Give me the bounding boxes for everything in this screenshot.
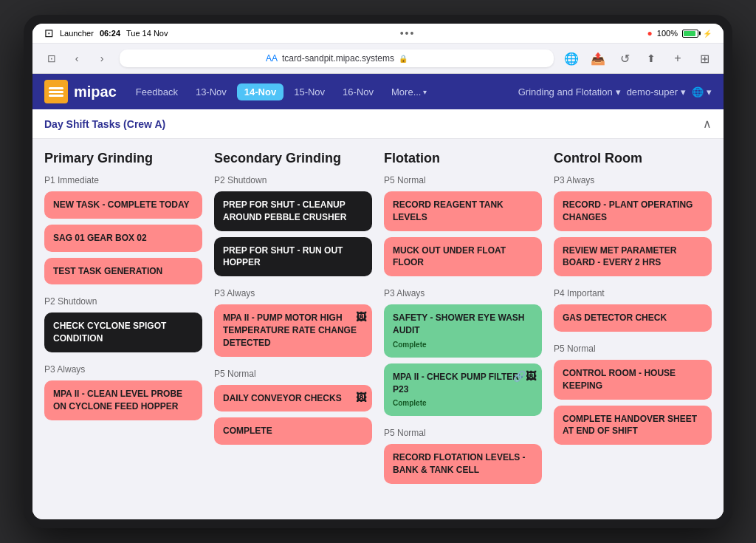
add-tab-button[interactable]: + bbox=[667, 48, 688, 69]
complete-badge: Complete bbox=[393, 398, 533, 409]
logo-line-3 bbox=[49, 95, 63, 97]
task-card[interactable]: PREP FOR SHUT - RUN OUT HOPPER bbox=[214, 237, 372, 277]
task-card[interactable]: MPA II - CHECK PUMP FILTER P23 Complete … bbox=[384, 363, 542, 417]
sidebar-toggle-button[interactable]: ⊡ bbox=[41, 48, 62, 69]
priority-label: P5 Normal bbox=[384, 175, 542, 185]
refresh-button[interactable]: ↺ bbox=[614, 48, 635, 69]
column-header-primary: Primary Grinding bbox=[44, 151, 202, 166]
grinding-flotation-label: Grinding and Flotation bbox=[518, 86, 613, 98]
group-p3-primary: P3 Always MPA II - CLEAN LEVEL PROBE ON … bbox=[44, 364, 202, 420]
group-p2-primary: P2 Shutdown CHECK CYCLONE SPIGOT CONDITI… bbox=[44, 296, 202, 352]
task-card[interactable]: CHECK CYCLONE SPIGOT CONDITION bbox=[44, 313, 202, 352]
task-card[interactable]: DAILY CONVEYOR CHECKS 🖼 bbox=[214, 385, 372, 412]
tab-15nov[interactable]: 15-Nov bbox=[286, 83, 332, 100]
share-button[interactable]: ⬆ bbox=[641, 48, 662, 69]
browser-nav: ⊡ ‹ › bbox=[41, 48, 112, 69]
card-icons: 🔗🖼 bbox=[513, 369, 536, 384]
aa-label[interactable]: AA bbox=[266, 53, 278, 64]
status-left: ⊡ Launcher 06:24 Tue 14 Nov bbox=[44, 27, 168, 40]
chevron-down-icon-2: ▾ bbox=[616, 86, 621, 98]
group-p1-primary: P1 Immediate New Task - Complete today S… bbox=[44, 175, 202, 284]
group-p3-secondary: P3 Always MPA II - PUMP MOTOR HIGH TEMPE… bbox=[214, 288, 372, 356]
url-bar[interactable]: AA tcard-sandpit.mipac.systems 🔒 bbox=[120, 49, 554, 67]
logo-text: mipac bbox=[74, 83, 117, 100]
forward-button[interactable]: › bbox=[92, 48, 112, 69]
priority-label: P3 Always bbox=[214, 288, 372, 298]
group-p5-flotation: P5 Normal RECORD REAGENT TANK LEVELS MUC… bbox=[384, 175, 542, 276]
task-card[interactable]: MPA II - CLEAN LEVEL PROBE ON CYCLONE FE… bbox=[44, 380, 202, 420]
chevron-down-icon-4: ▾ bbox=[707, 86, 712, 98]
status-dots: ••• bbox=[400, 27, 416, 39]
priority-label: P1 Immediate bbox=[44, 175, 202, 185]
tablet-frame: ⊡ Launcher 06:24 Tue 14 Nov ••• ● 100% ⚡… bbox=[24, 15, 732, 528]
chevron-down-icon: ▾ bbox=[423, 88, 427, 96]
tab-16nov[interactable]: 16-Nov bbox=[335, 83, 381, 100]
user-label: demo-super bbox=[627, 86, 678, 98]
battery-fill bbox=[684, 31, 695, 36]
group-p4-control: P4 Important GAS DETECTOR CHECK bbox=[554, 288, 712, 332]
url-text: tcard-sandpit.mipac.systems bbox=[282, 53, 394, 64]
tab-feedback[interactable]: Feedback bbox=[128, 83, 185, 100]
task-card[interactable]: COMPLETE bbox=[214, 417, 372, 445]
task-card[interactable]: SAG 01 GEAR BOX 02 bbox=[44, 225, 202, 252]
task-card[interactable]: PREP FOR SHUT - CLEANUP AROUND PEBBLE CR… bbox=[214, 191, 372, 231]
priority-label: P5 Normal bbox=[214, 369, 372, 379]
group-p2-secondary: P2 Shutdown PREP FOR SHUT - CLEANUP AROU… bbox=[214, 175, 372, 276]
task-card[interactable]: REVIEW MET PARAMETER BOARD - EVERY 2 HRS bbox=[554, 237, 712, 277]
tabs-button[interactable]: ⊞ bbox=[694, 48, 715, 69]
battery-percent: 100% bbox=[657, 29, 678, 38]
task-card[interactable]: MUCK OUT UNDER FLOAT FLOOR bbox=[384, 237, 542, 277]
browser-actions: 🌐 📤 ↺ ⬆ + ⊞ bbox=[561, 48, 715, 69]
logo-line-2 bbox=[49, 91, 63, 93]
group-p5-control: P5 Normal CONTROL ROOM - HOUSE KEEPING C… bbox=[554, 344, 712, 445]
sidebar-toggle-icon[interactable]: ⊡ bbox=[44, 27, 54, 40]
task-card[interactable]: GAS DETECTOR CHECK bbox=[554, 304, 712, 332]
battery-icon bbox=[682, 30, 698, 38]
priority-label: P2 Shutdown bbox=[44, 296, 202, 307]
share-icon-button[interactable]: 📤 bbox=[588, 48, 608, 69]
column-flotation: Flotation P5 Normal RECORD REAGENT TANK … bbox=[384, 151, 542, 490]
task-card[interactable]: CONTROL ROOM - HOUSE KEEPING bbox=[554, 360, 712, 400]
globe-icon: 🌐 bbox=[692, 86, 704, 98]
status-right: ● 100% ⚡ bbox=[647, 28, 712, 38]
launcher-label: Launcher bbox=[60, 29, 94, 38]
grinding-flotation-dropdown[interactable]: Grinding and Flotation ▾ bbox=[518, 86, 621, 98]
tab-more[interactable]: More... ▾ bbox=[384, 83, 433, 100]
tab-14nov[interactable]: 14-Nov bbox=[237, 83, 284, 100]
task-card[interactable]: RECORD - PLANT OPERATING CHANGES bbox=[554, 191, 712, 231]
complete-badge: Complete bbox=[393, 340, 533, 350]
translate-button[interactable]: 🌐 bbox=[561, 48, 582, 69]
back-button[interactable]: ‹ bbox=[66, 48, 87, 69]
tab-13nov[interactable]: 13-Nov bbox=[188, 83, 234, 100]
status-date: Tue 14 Nov bbox=[126, 29, 168, 38]
card-icons: 🖼 bbox=[356, 310, 366, 325]
column-primary-grinding: Primary Grinding P1 Immediate New Task -… bbox=[44, 151, 202, 490]
task-card[interactable]: New Task - Complete today bbox=[44, 191, 202, 219]
section-title: Day Shift Tasks (Crew A) bbox=[44, 118, 165, 130]
task-card[interactable]: MPA II - PUMP MOTOR HIGH TEMPERATURE RAT… bbox=[214, 304, 372, 356]
task-card[interactable]: COMPLETE HANDOVER SHEET AT END OF SHIFT bbox=[554, 406, 712, 445]
task-card[interactable]: RECORD FLOTATION LEVELS - BANK & TANK CE… bbox=[384, 444, 542, 484]
status-time: 06:24 bbox=[100, 29, 120, 38]
columns-grid: Primary Grinding P1 Immediate New Task -… bbox=[44, 151, 712, 490]
priority-label: P4 Important bbox=[554, 288, 712, 298]
user-dropdown[interactable]: demo-super ▾ bbox=[627, 86, 686, 98]
task-card[interactable]: RECORD REAGENT TANK LEVELS bbox=[384, 191, 542, 231]
main-content: Primary Grinding P1 Immediate New Task -… bbox=[32, 139, 724, 519]
column-header-control: Control Room bbox=[554, 151, 712, 166]
task-card[interactable]: Test task generation bbox=[44, 258, 202, 285]
priority-label: P2 Shutdown bbox=[214, 175, 372, 185]
logo-icon bbox=[44, 80, 68, 103]
bolt-icon: ⚡ bbox=[703, 30, 712, 38]
logo: mipac bbox=[44, 80, 117, 103]
group-p5b-flotation: P5 Normal RECORD FLOTATION LEVELS - BANK… bbox=[384, 428, 542, 484]
task-card[interactable]: SAFETY - SHOWER EYE WASH AUDIT Complete bbox=[384, 304, 542, 358]
collapse-icon[interactable]: ∧ bbox=[703, 117, 712, 131]
recording-indicator: ● bbox=[647, 28, 653, 38]
card-text: MPA II - CHECK PUMP FILTER P23 bbox=[393, 372, 519, 395]
browser-bar: ⊡ ‹ › AA tcard-sandpit.mipac.systems 🔒 🌐… bbox=[32, 44, 724, 74]
globe-dropdown[interactable]: 🌐 ▾ bbox=[692, 86, 712, 98]
priority-label: P3 Always bbox=[44, 364, 202, 375]
priority-label: P5 Normal bbox=[554, 344, 712, 354]
app-header: mipac Feedback 13-Nov 14-Nov 15-Nov 16-N… bbox=[32, 74, 724, 109]
